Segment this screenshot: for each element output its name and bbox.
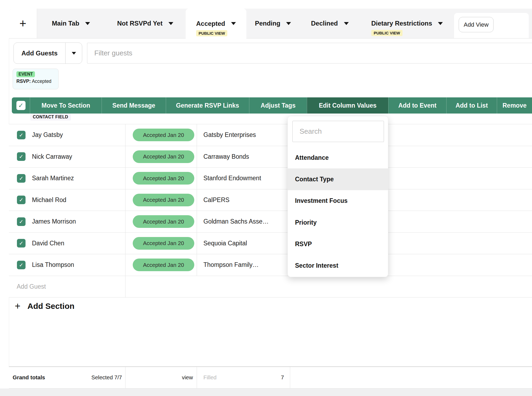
check-icon: ✓ bbox=[19, 218, 24, 225]
add-view-button[interactable]: Add View bbox=[459, 17, 494, 32]
rsvp-status-pill[interactable]: Accepted Jan 20 bbox=[133, 259, 194, 271]
guest-name[interactable]: Nick Carraway bbox=[32, 153, 72, 160]
rsvp-status-pill[interactable]: Accepted Jan 20 bbox=[133, 150, 194, 163]
company-cell[interactable]: Thompson Family… bbox=[197, 254, 290, 276]
rsvp-status-pill[interactable]: Accepted Jan 20 bbox=[133, 172, 194, 185]
row-checkbox[interactable]: ✓ bbox=[17, 196, 26, 204]
filter-guests-field bbox=[87, 43, 532, 63]
add-section-button[interactable]: + Add Section bbox=[15, 301, 74, 311]
company-cell[interactable]: Goldman Sachs Asse… bbox=[197, 211, 290, 232]
company-cell[interactable]: Sequoia Capital bbox=[197, 233, 290, 254]
add-guest-row[interactable]: Add Guest bbox=[9, 276, 532, 298]
chevron-down-icon bbox=[72, 52, 76, 55]
row-checkbox[interactable]: ✓ bbox=[17, 217, 26, 226]
add-section-label: Add Section bbox=[27, 302, 74, 311]
table-row: ✓ James Morrison Accepted Jan 20 Goldman… bbox=[9, 211, 532, 233]
empty-cell bbox=[197, 276, 290, 298]
company-cell[interactable]: Gatsby Enterprises bbox=[197, 124, 290, 146]
tab-pending[interactable]: Pending bbox=[246, 9, 300, 38]
filled-label[interactable]: Filled bbox=[203, 374, 217, 381]
select-all-cell: ✓ bbox=[12, 97, 30, 114]
row-checkbox[interactable]: ✓ bbox=[17, 239, 26, 247]
rsvp-status-pill[interactable]: Accepted Jan 20 bbox=[133, 129, 194, 141]
menu-item-attendance[interactable]: Attendance bbox=[288, 147, 388, 168]
row-checkbox[interactable]: ✓ bbox=[17, 174, 26, 183]
add-guests-button[interactable]: Add Guests bbox=[14, 43, 65, 63]
chevron-down-icon[interactable] bbox=[286, 22, 291, 25]
table-row: ✓ Jay Gatsby Accepted Jan 20 Gatsby Ente… bbox=[9, 124, 532, 146]
check-icon: ✓ bbox=[19, 132, 24, 138]
chevron-down-icon[interactable] bbox=[438, 22, 443, 25]
guest-name[interactable]: David Chen bbox=[32, 240, 64, 247]
row-checkbox[interactable]: ✓ bbox=[17, 261, 26, 269]
chevron-down-icon[interactable] bbox=[168, 22, 173, 25]
table-row: ✓ David Chen Accepted Jan 20 Sequoia Cap… bbox=[9, 233, 532, 254]
company-cell[interactable]: Stanford Endowment bbox=[197, 168, 290, 189]
add-guest-placeholder[interactable]: Add Guest bbox=[9, 276, 125, 298]
tab-accepted[interactable]: Accepted PUBLIC VIEW bbox=[186, 9, 246, 39]
menu-item-investment-focus[interactable]: Investment Focus bbox=[288, 190, 388, 212]
row-checkbox[interactable]: ✓ bbox=[17, 152, 26, 161]
guest-name[interactable]: Sarah Martinez bbox=[32, 175, 74, 182]
check-icon: ✓ bbox=[19, 153, 24, 160]
add-to-event-button[interactable]: Add to Event bbox=[388, 97, 446, 114]
public-view-badge: PUBLIC VIEW bbox=[196, 30, 227, 36]
guest-name[interactable]: Jay Gatsby bbox=[32, 131, 63, 139]
send-message-button[interactable]: Send Message bbox=[102, 97, 166, 114]
tab-declined[interactable]: Declined bbox=[300, 9, 360, 38]
filter-guests-input[interactable] bbox=[87, 43, 532, 63]
plus-icon: + bbox=[15, 301, 20, 311]
rsvp-status-pill[interactable]: Accepted Jan 20 bbox=[133, 215, 194, 228]
generate-rsvp-links-button[interactable]: Generate RSVP Links bbox=[166, 97, 249, 114]
dropdown-search-input[interactable] bbox=[292, 121, 384, 142]
tab-dietary-restrictions[interactable]: Dietary Restrictions PUBLIC VIEW bbox=[360, 9, 454, 38]
guest-name[interactable]: Michael Rod bbox=[32, 196, 66, 204]
menu-item-contact-type[interactable]: Contact Type bbox=[288, 168, 388, 190]
menu-item-rsvp[interactable]: RSVP bbox=[288, 233, 388, 255]
add-guests-split-button: Add Guests bbox=[13, 43, 82, 64]
event-badge: EVENT bbox=[16, 71, 35, 77]
row-checkbox[interactable]: ✓ bbox=[17, 131, 26, 139]
rsvp-status-pill[interactable]: Accepted Jan 20 bbox=[133, 237, 194, 250]
company-cell[interactable]: CalPERS bbox=[197, 189, 290, 211]
chevron-down-icon[interactable] bbox=[231, 22, 236, 25]
filter-field-value: Accepted bbox=[32, 79, 51, 84]
select-all-checkbox[interactable]: ✓ bbox=[16, 101, 26, 110]
view-summary[interactable]: view bbox=[182, 374, 193, 381]
contact-field-tag: CONTACT FIELD bbox=[30, 114, 71, 121]
tab-main-tab[interactable]: Main Tab bbox=[37, 9, 105, 38]
remove-button[interactable]: Remove bbox=[497, 97, 532, 114]
company-cell[interactable]: Carraway Bonds bbox=[197, 146, 290, 168]
menu-item-sector-interest[interactable]: Sector Interest bbox=[288, 255, 388, 276]
chevron-down-icon[interactable] bbox=[344, 22, 349, 25]
add-guests-dropdown-button[interactable] bbox=[65, 43, 82, 63]
rsvp-filter-chip[interactable]: EVENT RSVP: Accepted bbox=[13, 69, 59, 89]
chevron-down-icon[interactable] bbox=[85, 22, 90, 25]
table-row: ✓ Nick Carraway Accepted Jan 20 Carraway… bbox=[9, 146, 532, 168]
table-row: ✓ Michael Rod Accepted Jan 20 CalPERS bbox=[9, 189, 532, 211]
menu-item-priority[interactable]: Priority bbox=[288, 212, 388, 233]
add-to-list-button[interactable]: Add to List bbox=[446, 97, 497, 114]
check-icon: ✓ bbox=[18, 102, 23, 109]
edit-column-values-button[interactable]: Edit Column Values bbox=[307, 97, 388, 114]
dropdown-search-field bbox=[292, 121, 384, 142]
view-tab-bar: + Main Tab Not RSVPd Yet Accepted PUBLIC… bbox=[9, 9, 532, 38]
check-icon: ✓ bbox=[19, 175, 24, 182]
new-view-tab-button[interactable]: + bbox=[9, 9, 37, 38]
adjust-tags-button[interactable]: Adjust Tags bbox=[249, 97, 307, 114]
filled-count: 7 bbox=[281, 374, 284, 381]
tab-label: Accepted bbox=[196, 20, 225, 27]
empty-cell bbox=[290, 276, 532, 298]
column-select-dropdown: Attendance Contact Type Investment Focus… bbox=[287, 116, 388, 277]
move-to-section-button[interactable]: Move To Section bbox=[30, 97, 102, 114]
empty-cell bbox=[125, 276, 197, 298]
tab-label: Dietary Restrictions bbox=[371, 20, 432, 27]
guest-name[interactable]: James Morrison bbox=[32, 218, 76, 225]
add-view-panel: Add View bbox=[454, 13, 529, 38]
tab-label: Declined bbox=[311, 20, 338, 27]
tab-not-rsvpd-yet[interactable]: Not RSVPd Yet bbox=[105, 9, 186, 38]
guest-name[interactable]: Lisa Thompson bbox=[32, 261, 74, 268]
tab-label: Pending bbox=[255, 20, 281, 27]
rsvp-status-pill[interactable]: Accepted Jan 20 bbox=[133, 194, 194, 206]
plus-icon: + bbox=[19, 17, 26, 29]
